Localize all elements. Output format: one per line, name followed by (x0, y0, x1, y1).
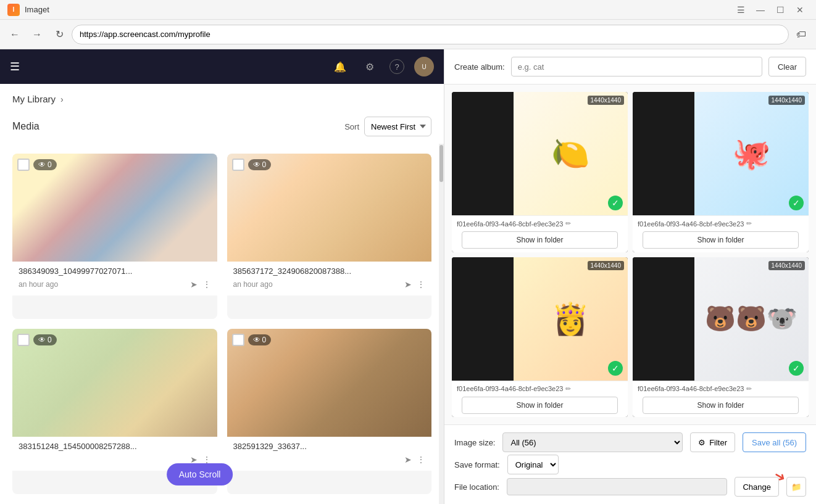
album-input[interactable] (511, 57, 762, 76)
tag-button[interactable]: 🏷 (791, 25, 811, 44)
image-filename: f01ee6fa-0f93-4a46-8cbf-e9ec3e23 ✏ (638, 385, 804, 393)
sort-label: Sort (344, 122, 359, 131)
image-card-info: f01ee6fa-0f93-4a46-8cbf-e9ec3e23 ✏ Show … (452, 215, 628, 252)
main-layout: ☰ 🔔 ⚙ ? U My Library › Media Sort (0, 49, 816, 504)
image-card[interactable]: 🍋 1440x1440 ✓ f01ee6fa-0f93-4a46-8cbf-e9… (452, 92, 628, 252)
my-library-link[interactable]: My Library (12, 94, 56, 104)
card-checkbox[interactable] (17, 334, 30, 346)
card-filename: 382591329_33637... (233, 442, 426, 451)
menu-button[interactable]: ☰ (732, 1, 749, 19)
close-button[interactable]: ✕ (791, 1, 809, 19)
minimize-button[interactable]: — (752, 1, 769, 19)
scrollbar-thumb[interactable] (439, 145, 443, 182)
share-button[interactable]: ➤ (404, 455, 412, 465)
title-bar: I Imaget ☰ — ☐ ✕ (0, 0, 816, 20)
image-card-inner: 🍋 1440x1440 ✓ (452, 92, 628, 215)
card-info: 382591329_33637... ➤ ⋮ (227, 437, 432, 471)
bottom-row-3: File location: Change 📁 (454, 477, 806, 497)
media-title: Media (12, 121, 40, 132)
media-card[interactable]: 👁 0 382591329_33637... ➤ ⋮ (227, 329, 432, 494)
view-count: 0 (262, 336, 267, 344)
card-checkbox[interactable] (232, 159, 244, 171)
image-dimensions: 1440x1440 (588, 96, 625, 105)
hamburger-menu[interactable]: ☰ (10, 60, 20, 73)
auto-scroll-button[interactable]: Auto Scroll (167, 463, 233, 485)
image-check: ✓ (608, 361, 623, 376)
right-panel: Create album: Clear 🍋 1440x1440 ✓ (444, 49, 816, 504)
image-card-info: f01ee6fa-0f93-4a46-8cbf-e9ec3e23 ✏ Show … (633, 381, 809, 418)
edit-icon[interactable]: ✏ (565, 220, 571, 228)
settings-icon[interactable]: ⚙ (360, 57, 380, 76)
notification-icon[interactable]: 🔔 (330, 57, 350, 76)
filter-icon: ⚙ (698, 438, 706, 447)
image-dimensions: 1440x1440 (768, 261, 806, 270)
image-black-side (633, 257, 703, 381)
clear-button[interactable]: Clear (768, 57, 806, 76)
title-bar-left: I Imaget (7, 4, 732, 16)
save-all-button[interactable]: Save all (56) (743, 432, 806, 452)
image-check: ✓ (789, 196, 804, 210)
filename-text: f01ee6fa-0f93-4a46-8cbf-e9ec3e23 (457, 220, 563, 228)
media-card[interactable]: 👁 0 385637172_324906820087388... an hour… (227, 154, 432, 319)
image-grid: 🍋 1440x1440 ✓ f01ee6fa-0f93-4a46-8cbf-e9… (444, 85, 816, 424)
bottom-bar: Image size: All (56) ⚙ Filter Save all (… (444, 424, 816, 504)
edit-icon[interactable]: ✏ (746, 220, 752, 228)
image-filename: f01ee6fa-0f93-4a46-8cbf-e9ec3e23 ✏ (457, 385, 623, 393)
image-size-select[interactable]: All (56) (502, 432, 683, 452)
card-overlay: 👁 0 (17, 334, 212, 346)
image-card-inner: 🐻🐻🐨 1440x1440 ✓ (633, 257, 809, 381)
browser-bar: ← → ↻ 🏷 (0, 20, 816, 49)
show-in-folder-button[interactable]: Show in folder (643, 231, 799, 249)
more-button[interactable]: ⋮ (417, 455, 425, 465)
share-button[interactable]: ➤ (404, 279, 412, 289)
image-card[interactable]: 🐻🐻🐨 1440x1440 ✓ f01ee6fa-0f93-4a46-8cbf-… (633, 257, 809, 418)
sort-select[interactable]: Newest First Oldest First Name A-Z Name … (364, 117, 431, 136)
left-panel: ☰ 🔔 ⚙ ? U My Library › Media Sort (0, 49, 444, 504)
help-icon[interactable]: ? (389, 59, 404, 74)
folder-icon: 📁 (791, 482, 802, 492)
edit-icon[interactable]: ✏ (746, 385, 752, 393)
image-black-side (452, 257, 522, 381)
filename-text: f01ee6fa-0f93-4a46-8cbf-e9ec3e23 (638, 385, 744, 392)
maximize-button[interactable]: ☐ (772, 1, 789, 19)
image-filename: f01ee6fa-0f93-4a46-8cbf-e9ec3e23 ✏ (457, 220, 623, 228)
edit-icon[interactable]: ✏ (565, 385, 571, 393)
view-count: 0 (48, 160, 52, 169)
image-black-side (452, 92, 522, 215)
card-info: 386349093_10499977027071... an hour ago … (12, 262, 217, 295)
show-in-folder-button[interactable]: Show in folder (462, 397, 618, 414)
more-button[interactable]: ⋮ (417, 279, 425, 289)
bottom-row-2: Save format: Original JPG PNG WebP (454, 455, 806, 474)
title-bar-controls: ☰ — ☐ ✕ (732, 1, 809, 19)
toolbar: ☰ 🔔 ⚙ ? U (0, 49, 444, 84)
card-filename: 383151248_154500008257288... (19, 442, 211, 451)
filter-button[interactable]: ⚙ Filter (690, 432, 735, 452)
share-button[interactable]: ➤ (190, 279, 198, 289)
more-button[interactable]: ⋮ (202, 279, 211, 289)
image-black-side (633, 92, 703, 215)
forward-button[interactable]: → (27, 25, 47, 44)
card-time: an hour ago (19, 280, 58, 289)
scrollbar-track[interactable] (439, 144, 444, 504)
avatar-initial: U (422, 64, 426, 70)
card-checkbox[interactable] (17, 159, 30, 171)
image-card[interactable]: 👸 1440x1440 ✓ f01ee6fa-0f93-4a46-8cbf-e9… (452, 257, 628, 418)
show-in-folder-button[interactable]: Show in folder (462, 231, 618, 249)
avatar[interactable]: U (414, 57, 434, 76)
refresh-button[interactable]: ↻ (49, 25, 69, 44)
folder-icon-button[interactable]: 📁 (786, 477, 806, 497)
show-in-folder-button[interactable]: Show in folder (643, 397, 799, 414)
media-card[interactable]: 👁 0 386349093_10499977027071... an hour … (12, 154, 217, 319)
card-overlay: 👁 0 (232, 159, 427, 171)
create-album-label: Create album: (454, 62, 505, 72)
image-card[interactable]: 🐙 1440x1440 ✓ f01ee6fa-0f93-4a46-8cbf-e9… (633, 92, 809, 252)
filter-label: Filter (709, 438, 727, 447)
app-window: I Imaget ☰ — ☐ ✕ ← → ↻ 🏷 ☰ 🔔 ⚙ ? (0, 0, 816, 504)
card-views: 👁 0 (248, 159, 272, 170)
app-title: Imaget (25, 5, 49, 14)
image-check: ✓ (789, 361, 804, 376)
card-checkbox[interactable] (232, 334, 244, 346)
back-button[interactable]: ← (5, 25, 25, 44)
save-format-select[interactable]: Original JPG PNG WebP (507, 455, 559, 474)
url-bar[interactable] (72, 25, 789, 44)
